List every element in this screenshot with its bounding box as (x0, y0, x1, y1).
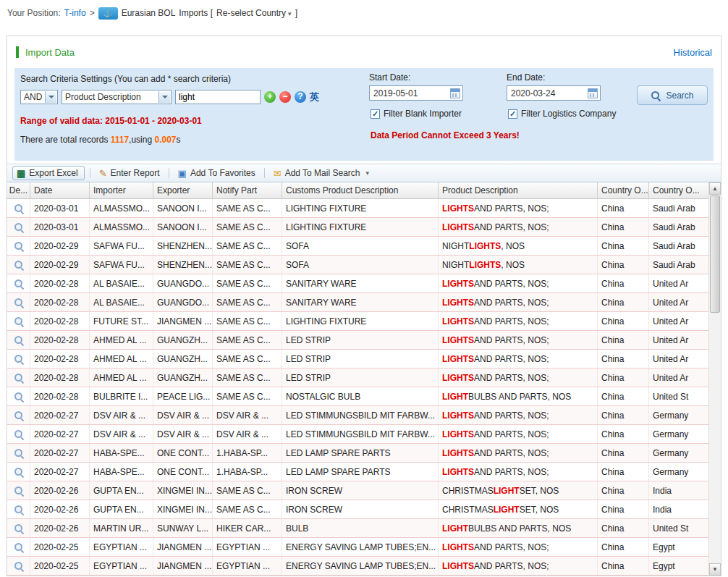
view-detail-icon[interactable] (14, 260, 24, 270)
table-row[interactable]: 2020-03-01 ALMASSMO... SANOON I... SAME … (7, 218, 708, 237)
view-detail-icon[interactable] (14, 354, 24, 364)
help-button[interactable]: ? (295, 91, 306, 103)
table-row[interactable]: 2020-02-28 AL BASAIE... GUANGDO... SAME … (7, 293, 708, 312)
table-row[interactable]: 2020-02-26 GUPTA EN... XINGMEI IN... SAM… (7, 481, 708, 500)
add-to-favorites-button[interactable]: ▣ Add To Favorites (174, 168, 259, 178)
table-row[interactable]: 2020-02-29 SAFWA FU... SHENZHEN... SAME … (7, 237, 708, 256)
view-detail-icon[interactable] (14, 410, 24, 421)
header-country-origin[interactable]: Country O... (598, 182, 649, 198)
table-row[interactable]: 2020-02-27 DSV AIR & ... DSV AIR & ... D… (7, 425, 708, 444)
cell-exporter: JIANGMEN ... (153, 312, 213, 330)
chevron-down-icon: ▾ (288, 10, 292, 17)
cell-product-description: LIGHTS AND PARTS, NOS; (439, 444, 598, 462)
header-exporter[interactable]: Exporter (153, 182, 213, 198)
view-detail-icon[interactable] (14, 298, 24, 308)
calendar-icon[interactable] (450, 88, 460, 98)
end-date-input[interactable]: 2020-03-24 (507, 85, 601, 101)
query-time: 0.007 (154, 135, 176, 145)
cell-importer: ALMASSMO... (90, 218, 153, 236)
header-notify-party[interactable]: Notify Part (213, 182, 282, 198)
view-detail-icon[interactable] (14, 203, 24, 214)
cell-exporter: SANOON I... (153, 218, 213, 236)
table-row[interactable]: 2020-03-01 ALMASSMO... SANOON I... SAME … (7, 199, 708, 218)
view-detail-icon[interactable] (14, 316, 24, 327)
export-excel-button[interactable]: ▦ Export Excel (12, 166, 85, 180)
view-detail-icon[interactable] (14, 373, 24, 383)
language-toggle-button[interactable]: 英 (310, 90, 319, 104)
scroll-down-button[interactable]: ▼ (709, 563, 721, 576)
view-detail-icon[interactable] (14, 429, 24, 439)
view-detail-icon[interactable] (14, 448, 24, 458)
table-row[interactable]: 2020-02-28 FUTURE ST... JIANGMEN ... SAM… (7, 312, 708, 331)
historical-link[interactable]: Historical (674, 47, 712, 58)
table-row[interactable]: 2020-02-27 HABA-SPE... ONE CONT... 1.HAB… (7, 444, 708, 463)
breadcrumb: Your Position: T-info > ⚓ Eurasian BOL I… (0, 0, 728, 20)
add-to-mail-search-button[interactable]: ✉ Add To Mail Search ▾ (270, 168, 373, 178)
cell-country-origin: China (598, 387, 649, 405)
header-customs-description[interactable]: Customs Product Description (282, 182, 439, 198)
vertical-scrollbar[interactable]: ▲ ▼ (708, 182, 721, 576)
cell-product-description: LIGHT BULBS AND PARTS, NOS (439, 387, 598, 405)
view-detail-icon[interactable] (14, 279, 24, 289)
scroll-up-button[interactable]: ▲ (709, 182, 721, 195)
cell-product-description: CHRISTMAS LIGHT SET, NOS (439, 481, 598, 500)
table-row[interactable]: 2020-02-27 HABA-SPE... ONE CONT... 1.HAB… (7, 463, 708, 481)
remove-criteria-button[interactable]: − (279, 91, 291, 103)
table-row[interactable]: 2020-02-28 BULBRITE I... PEACE LIG... SA… (7, 387, 708, 406)
cell-date: 2020-02-27 (30, 444, 90, 462)
search-field-select[interactable]: Product Description (62, 90, 172, 104)
checkbox-checked-icon[interactable]: ✓ (371, 109, 380, 119)
cell-importer: ALMASSMO... (90, 199, 153, 217)
view-detail-icon[interactable] (14, 523, 24, 534)
table-row[interactable]: 2020-02-28 AHMED AL ... GUANGZH... SAME … (7, 350, 708, 368)
filter-logistics-company-checkbox[interactable]: ✓ Filter Logistics Company (508, 109, 616, 119)
cell-country-destination: Saudi Arab (649, 256, 708, 274)
header-detail[interactable]: De... (7, 182, 30, 198)
section-label: Eurasian BOL (122, 8, 176, 18)
calendar-icon[interactable] (588, 88, 598, 98)
enter-report-button[interactable]: ✎ Enter Report (96, 168, 164, 178)
table-row[interactable]: 2020-02-28 AHMED AL ... GUANGZH... SAME … (7, 331, 708, 350)
cell-customs-description: SOFA (282, 237, 439, 255)
import-data-panel: Import Data Historical Search Criteria S… (7, 35, 721, 576)
table-row[interactable]: 2020-02-25 EGYPTIAN ... JIANGMEN ... EGY… (7, 538, 708, 557)
checkbox-checked-icon[interactable]: ✓ (508, 109, 517, 119)
cell-exporter: PEACE LIG... (153, 387, 213, 405)
table-row[interactable]: 2020-02-28 AHMED AL ... GUANGZH... SAME … (7, 368, 708, 387)
search-button[interactable]: Search (637, 85, 708, 105)
table-row[interactable]: 2020-02-25 EGYPTIAN ... JIANGMEN ... EGY… (7, 557, 708, 576)
view-detail-icon[interactable] (14, 486, 24, 496)
header-country-destination[interactable]: Country O... (649, 182, 708, 198)
header-importer[interactable]: Importer (90, 182, 153, 198)
end-date-label: End Date: (507, 72, 545, 83)
view-detail-icon[interactable] (14, 392, 24, 402)
view-detail-icon[interactable] (14, 467, 24, 477)
scrollbar-thumb[interactable] (710, 195, 720, 313)
boolean-operator-select[interactable]: AND (20, 90, 58, 104)
view-detail-icon[interactable] (14, 222, 24, 232)
filter-blank-importer-checkbox[interactable]: ✓ Filter Blank Importer (371, 109, 462, 119)
add-criteria-button[interactable]: + (264, 91, 276, 103)
header-product-description[interactable]: Product Description (439, 182, 598, 198)
cell-customs-description: LED LAMP SPARE PARTS (282, 444, 439, 462)
reselect-country-link[interactable]: Re-select Country▾ (216, 8, 292, 18)
view-detail-icon[interactable] (14, 505, 24, 515)
cell-country-origin: China (598, 557, 649, 575)
view-detail-icon[interactable] (14, 241, 24, 251)
view-detail-icon[interactable] (14, 542, 24, 552)
table-row[interactable]: 2020-02-26 MARTIN UR... SUNWAY L... HIKE… (7, 519, 708, 538)
view-detail-icon[interactable] (14, 335, 24, 345)
tinfo-link[interactable]: T-info (64, 8, 86, 18)
cell-notify-party: 1.HABA-SP... (213, 463, 282, 481)
header-date[interactable]: Date (30, 182, 90, 198)
total-records-text: There are total records 1117,using 0.007… (20, 135, 181, 145)
cell-importer: GUPTA EN... (90, 500, 153, 518)
table-row[interactable]: 2020-02-26 GUPTA EN... XINGMEI IN... SAM… (7, 500, 708, 519)
keyword-input[interactable] (175, 90, 261, 104)
view-detail-icon[interactable] (14, 561, 24, 571)
start-date-input[interactable]: 2019-05-01 (369, 85, 463, 101)
table-row[interactable]: 2020-02-28 AL BASAIE... GUANGDO... SAME … (7, 274, 708, 293)
table-row[interactable]: 2020-02-29 SAFWA FU... SHENZHEN... SAME … (7, 256, 708, 274)
table-row[interactable]: 2020-02-27 DSV AIR & ... DSV AIR & ... D… (7, 406, 708, 425)
cell-country-destination: Germany (649, 444, 708, 462)
